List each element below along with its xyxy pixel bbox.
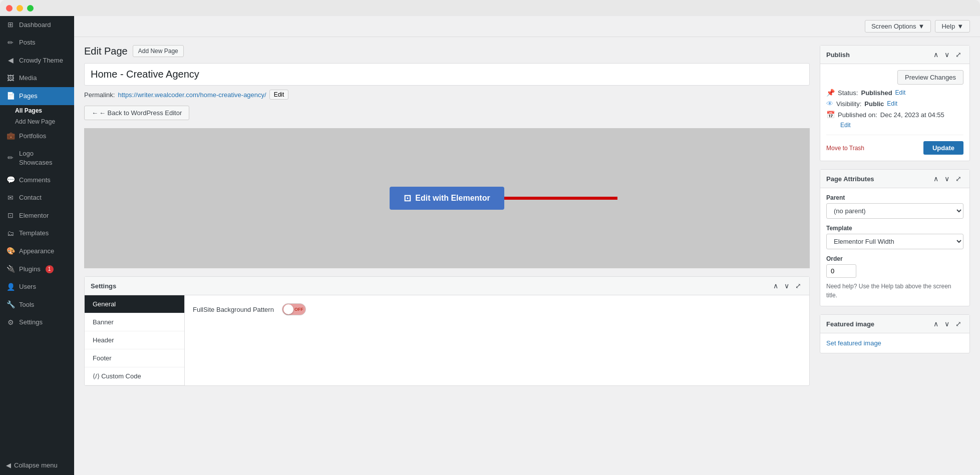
toggle-knob xyxy=(283,304,293,314)
settings-body: General Banner Header Footer xyxy=(85,295,809,385)
back-arrow-icon: ← xyxy=(92,109,98,117)
elementor-icon: ⊡ xyxy=(6,211,15,221)
move-to-trash-link[interactable]: Move to Trash xyxy=(826,145,864,152)
edit-with-elementor-button[interactable]: ⊡ Edit with Elementor xyxy=(390,187,504,210)
sidebar-item-tools[interactable]: 🔧 Tools xyxy=(0,296,74,314)
main-area: Screen Options ▼ Help ▼ Edit Page Add Ne… xyxy=(74,16,980,475)
page-title: Edit Page xyxy=(84,46,128,57)
sidebar-item-elementor[interactable]: ⊡ Elementor xyxy=(0,207,74,225)
sidebar-item-appearance[interactable]: 🎨 Appearance xyxy=(0,242,74,260)
featured-image-controls: ∧ ∨ ⤢ xyxy=(931,319,963,329)
edit-date-link[interactable]: Edit xyxy=(840,122,963,129)
sidebar-item-comments[interactable]: 💬 Comments xyxy=(0,171,74,189)
back-to-wp-editor-button[interactable]: ← ← Back to WordPress Editor xyxy=(84,106,189,120)
permalink-edit-button[interactable]: Edit xyxy=(269,90,289,100)
sidebar-item-templates[interactable]: 🗂 Templates xyxy=(0,225,74,243)
fullsite-bg-pattern-row: FullSite Background Pattern OFF xyxy=(193,303,801,315)
sidebar-item-media[interactable]: 🖼 Media xyxy=(0,70,74,88)
settings-collapse-up-button[interactable]: ∧ xyxy=(771,281,780,291)
publish-panel-header[interactable]: Publish ∧ ∨ ⤢ xyxy=(820,46,969,64)
settings-tab-footer[interactable]: Footer xyxy=(85,349,184,367)
sidebar-item-pages[interactable]: 📄 Pages xyxy=(0,87,74,105)
users-icon: 👤 xyxy=(6,282,15,292)
maximize-button[interactable] xyxy=(27,5,34,12)
featured-collapse-up-button[interactable]: ∧ xyxy=(931,319,940,329)
featured-image-body: Set featured image xyxy=(820,333,969,353)
publish-collapse-down-button[interactable]: ∨ xyxy=(942,50,951,60)
parent-select[interactable]: (no parent) xyxy=(826,203,963,219)
sidebar-item-contact[interactable]: ✉ Contact xyxy=(0,189,74,207)
sidebar-item-settings[interactable]: ⚙ Settings xyxy=(0,314,74,332)
publish-collapse-up-button[interactable]: ∧ xyxy=(931,50,940,60)
published-date-row: 📅 Published on: Dec 24, 2023 at 04:55 xyxy=(826,111,963,119)
minimize-button[interactable] xyxy=(17,5,23,12)
settings-tab-general[interactable]: General xyxy=(85,295,184,313)
settings-tab-custom-code[interactable]: ⟨/⟩ Custom Code xyxy=(85,367,184,385)
add-new-page-button[interactable]: Add New Page xyxy=(133,45,184,57)
settings-tab-banner[interactable]: Banner xyxy=(85,313,184,331)
sidebar-item-posts[interactable]: ✏ Posts xyxy=(0,34,74,52)
screen-options-button[interactable]: Screen Options ▼ xyxy=(865,20,931,33)
sidebar-item-plugins[interactable]: 🔌 Plugins 1 xyxy=(0,260,74,278)
order-label: Order xyxy=(826,255,963,262)
publish-expand-button[interactable]: ⤢ xyxy=(953,50,963,60)
status-edit-link[interactable]: Edit xyxy=(895,89,906,96)
main-column: Edit Page Add New Page Permalink: https:… xyxy=(84,45,810,386)
fullsite-bg-pattern-toggle[interactable]: OFF xyxy=(282,303,306,315)
page-attributes-controls: ∧ ∨ ⤢ xyxy=(931,174,963,184)
settings-content-general: FullSite Background Pattern OFF xyxy=(185,295,809,385)
calendar-icon: 📅 xyxy=(826,111,835,119)
set-featured-image-link[interactable]: Set featured image xyxy=(826,339,881,347)
attributes-expand-button[interactable]: ⤢ xyxy=(953,174,963,184)
visibility-edit-link[interactable]: Edit xyxy=(887,100,897,107)
update-row: Move to Trash Update xyxy=(826,135,963,155)
featured-collapse-down-button[interactable]: ∨ xyxy=(942,319,951,329)
settings-expand-button[interactable]: ⤢ xyxy=(793,281,803,291)
sidebar-item-dashboard[interactable]: ⊞ Dashboard xyxy=(0,16,74,34)
sidebar-item-portfolios[interactable]: 💼 Portfolios xyxy=(0,127,74,145)
publish-panel-body: Preview Changes 📌 Status: Published Edit… xyxy=(820,64,969,161)
attributes-collapse-up-button[interactable]: ∧ xyxy=(931,174,940,184)
page-title-input[interactable] xyxy=(84,63,810,86)
permalink-link[interactable]: https://writer.wealcoder.com/home-creati… xyxy=(118,91,266,99)
featured-image-header[interactable]: Featured image ∧ ∨ ⤢ xyxy=(820,315,969,333)
settings-collapse-down-button[interactable]: ∨ xyxy=(782,281,791,291)
page-attributes-header[interactable]: Page Attributes ∧ ∨ ⤢ xyxy=(820,170,969,188)
settings-tab-header[interactable]: Header xyxy=(85,331,184,349)
close-button[interactable] xyxy=(6,5,13,12)
logo-showcases-icon: ✏ xyxy=(6,153,15,163)
elementor-logo-icon: ⊡ xyxy=(404,193,411,204)
template-select[interactable]: Elementor Full Width xyxy=(826,234,963,249)
collapse-menu-button[interactable]: ◀ Collapse menu xyxy=(0,455,74,475)
collapse-icon: ◀ xyxy=(6,461,11,469)
plugins-icon: 🔌 xyxy=(6,264,15,274)
update-button[interactable]: Update xyxy=(923,141,963,155)
contact-icon: ✉ xyxy=(6,193,15,203)
settings-panel-header[interactable]: Settings ∧ ∨ ⤢ xyxy=(85,277,809,295)
help-text: Need help? Use the Help tab above the sc… xyxy=(826,282,963,300)
attributes-collapse-down-button[interactable]: ∨ xyxy=(942,174,951,184)
status-row: 📌 Status: Published Edit xyxy=(826,89,963,97)
template-label: Template xyxy=(826,225,963,232)
featured-image-panel: Featured image ∧ ∨ ⤢ Set featured image xyxy=(820,314,970,353)
help-button[interactable]: Help ▼ xyxy=(935,20,970,33)
permalink-row: Permalink: https://writer.wealcoder.com/… xyxy=(84,90,810,100)
sidebar: ⊞ Dashboard ✏ Posts ◀ Crowdy Theme 🖼 Med… xyxy=(0,16,74,475)
comments-icon: 💬 xyxy=(6,175,15,185)
dashboard-icon: ⊞ xyxy=(6,20,15,30)
sidebar-sub-all-pages[interactable]: All Pages xyxy=(0,105,74,116)
sidebar-sub-add-new[interactable]: Add New Page xyxy=(0,116,74,127)
featured-expand-button[interactable]: ⤢ xyxy=(953,319,963,329)
sidebar-item-crowdy-theme[interactable]: ◀ Crowdy Theme xyxy=(0,52,74,70)
sidebar-item-users[interactable]: 👤 Users xyxy=(0,278,74,296)
appearance-icon: 🎨 xyxy=(6,246,15,256)
order-input[interactable] xyxy=(826,264,856,278)
help-arrow-icon: ▼ xyxy=(957,23,963,30)
preview-changes-button[interactable]: Preview Changes xyxy=(897,70,963,85)
tools-icon: 🔧 xyxy=(6,300,15,310)
page-attributes-body: Parent (no parent) Template Elementor Fu… xyxy=(820,188,969,306)
settings-icon: ⚙ xyxy=(6,318,15,328)
publish-panel-controls: ∧ ∨ ⤢ xyxy=(931,50,963,60)
parent-label: Parent xyxy=(826,194,963,201)
sidebar-item-logo-showcases[interactable]: ✏ Logo Showcases xyxy=(0,145,74,171)
